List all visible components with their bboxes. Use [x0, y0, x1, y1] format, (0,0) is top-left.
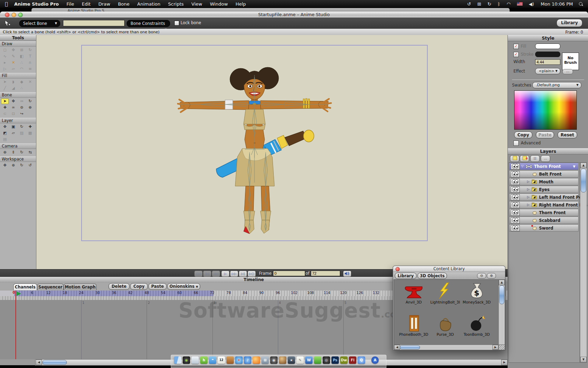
switch-layer-tool[interactable]: ▤: [1, 137, 9, 142]
delete-button[interactable]: Delete: [108, 283, 130, 290]
volume-icon[interactable]: ◀): [529, 1, 534, 7]
copy-style-button[interactable]: Copy: [514, 131, 532, 138]
layer-options-button[interactable]: ...: [541, 155, 550, 162]
step-back-button[interactable]: ◁◁: [212, 271, 220, 277]
layer-row-right-hand[interactable]: ▷ Right Hand Front Pos: [509, 201, 579, 209]
expander-open-icon[interactable]: ▽: [521, 164, 524, 168]
layer-row-belt-front[interactable]: Belt Front: [509, 170, 579, 178]
stroke-color-swatch[interactable]: [535, 52, 560, 57]
window-titlebar[interactable]: StartupFile.anme – Anime Studio: [0, 12, 588, 18]
spaces-icon[interactable]: ⊞: [477, 1, 481, 7]
jump-end-button[interactable]: ▷○: [247, 271, 256, 277]
dock-word[interactable]: W: [305, 356, 313, 364]
library-item-lightningbolt[interactable]: LightningBolt_3I: [430, 282, 461, 304]
bind-layer-tool[interactable]: ⊡: [9, 111, 17, 117]
rotate-points-tool[interactable]: ↻: [26, 47, 34, 53]
scroll-up-icon[interactable]: ▲: [499, 280, 505, 285]
bone-strength-tool[interactable]: ⊜: [18, 105, 26, 110]
resize-grip-icon[interactable]: [498, 345, 505, 350]
library-item-purse[interactable]: Purse_3D: [430, 315, 461, 336]
curve-profile-tool[interactable]: ∴: [18, 60, 26, 66]
cl-vscroll-thumb[interactable]: [499, 285, 504, 304]
paste-button[interactable]: Paste: [148, 283, 167, 290]
content-library-hscrollbar[interactable]: ◀ ▶: [394, 345, 499, 350]
reparent-bone-tool[interactable]: ∞: [9, 105, 17, 110]
follow-path-tool[interactable]: ▨: [18, 130, 26, 136]
zoom-workspace-tool[interactable]: ⊕: [9, 163, 17, 168]
tab-sequencer[interactable]: Sequencer: [37, 284, 64, 290]
visibility-eyes-icon[interactable]: [511, 186, 520, 193]
layer-row-sword[interactable]: Sword: [509, 224, 579, 232]
dock-xcode[interactable]: ★: [288, 356, 295, 364]
menu-animation[interactable]: Animation: [137, 1, 160, 7]
layers-scroll-thumb[interactable]: [581, 169, 586, 192]
next-keyframe-button[interactable]: ▷|: [239, 271, 247, 277]
draw-shape-tool[interactable]: ◧: [18, 54, 26, 59]
bend-points-tool[interactable]: ◠: [18, 66, 26, 72]
pan-workspace-tool[interactable]: ✥: [1, 163, 9, 168]
no-brush-box[interactable]: No Brush: [562, 53, 579, 70]
offset-bone-tool[interactable]: ⊂: [1, 111, 9, 117]
cl-hscroll-thumb[interactable]: [400, 345, 420, 349]
tab-channels[interactable]: Channels: [13, 284, 37, 290]
track-camera-tool[interactable]: ⊕: [1, 150, 9, 155]
copy-button[interactable]: Copy: [130, 283, 148, 290]
text-tool[interactable]: T: [26, 54, 34, 59]
dock-iweb[interactable]: h: [200, 356, 208, 364]
zoom-camera-tool[interactable]: ⇕: [9, 150, 17, 155]
library-button[interactable]: Library: [556, 19, 582, 27]
reset-workspace-tool[interactable]: ↺: [26, 163, 34, 168]
library-item-toonbomb[interactable]: ToonBomb_3D: [461, 315, 492, 336]
rotate-workspace-tool[interactable]: ↻: [18, 163, 26, 168]
new-layer-button[interactable]: [510, 155, 519, 162]
select-bone-tool[interactable]: ➤: [1, 98, 9, 104]
delete-shape-tool[interactable]: ✕: [26, 79, 34, 85]
perspective-points-tool[interactable]: ▷: [1, 66, 9, 72]
expander-closed-icon[interactable]: ▷: [527, 203, 530, 206]
scale-bone-tool[interactable]: ⇔: [18, 98, 26, 104]
scroll-up-icon[interactable]: ▲: [580, 163, 587, 168]
jump-start-button[interactable]: ○◁: [194, 271, 203, 277]
menu-clock[interactable]: Mon 10:06 PM: [541, 1, 573, 7]
expander-closed-icon[interactable]: ▷: [527, 188, 530, 191]
reset-style-button[interactable]: Reset: [558, 131, 577, 138]
menu-file[interactable]: File: [66, 1, 74, 7]
gradient-tool[interactable]: ◢: [9, 86, 17, 91]
line-width-tool[interactable]: ∴: [18, 86, 26, 91]
paste-style-button[interactable]: Paste: [536, 131, 554, 138]
layer-row-mouth[interactable]: ▷ Mouth: [509, 178, 579, 185]
translate-points-tool[interactable]: ✥: [9, 47, 17, 53]
layer-row-eyes[interactable]: ▷ Eyes: [509, 186, 579, 193]
dock-aperture[interactable]: ◎: [323, 356, 330, 364]
lock-bone-checkbox[interactable]: [174, 21, 179, 26]
expander-closed-icon[interactable]: ▷: [527, 180, 530, 183]
prev-keyframe-button[interactable]: |◁: [203, 271, 211, 277]
content-library-titlebar[interactable]: Content Library: [393, 266, 505, 272]
scale-layer-tool[interactable]: ▣: [9, 124, 17, 130]
bone-constraints-dropdown[interactable]: Bone Constraints ▼: [127, 20, 170, 27]
layer-dropdown-arrow-icon[interactable]: ▼: [573, 165, 575, 168]
effect-dropdown[interactable]: <plain> ▼: [535, 68, 560, 74]
create-shape-tool[interactable]: ◗: [9, 79, 17, 85]
freehand-tool[interactable]: ✎: [9, 54, 17, 59]
effect-options-button[interactable]: ...: [562, 69, 573, 74]
onionskins-dropdown[interactable]: Onionskins ▼: [167, 283, 200, 290]
dock-finder[interactable]: [174, 356, 181, 364]
dock-dvd-player[interactable]: ◉: [270, 356, 278, 364]
insert-point-tool[interactable]: ▸: [1, 60, 9, 66]
swatches-dropdown[interactable]: .Default.png ▼: [532, 82, 581, 88]
bluetooth-icon[interactable]: ᛒ: [498, 1, 500, 7]
layer-row-left-hand[interactable]: ▷ Left Hand Front Pose: [509, 193, 579, 201]
frame-input[interactable]: [273, 271, 305, 276]
menu-draw[interactable]: Draw: [98, 1, 110, 7]
rotate-layer-tool[interactable]: ↻: [18, 124, 26, 130]
fill-color-swatch[interactable]: [535, 43, 560, 49]
add-point-tool[interactable]: ∿: [1, 54, 9, 59]
menu-edit[interactable]: Edit: [82, 1, 91, 7]
menu-scripts[interactable]: Scripts: [168, 1, 183, 7]
dock-spaces[interactable]: ⊞: [261, 356, 269, 364]
bone-dynamics-tool[interactable]: ⊕: [26, 105, 34, 110]
input-language-flag-icon[interactable]: [517, 2, 523, 6]
layer-row-thorn-front[interactable]: ▽ Thorn Front ▼: [509, 163, 579, 170]
delete-edge-tool[interactable]: ✕: [9, 60, 17, 66]
